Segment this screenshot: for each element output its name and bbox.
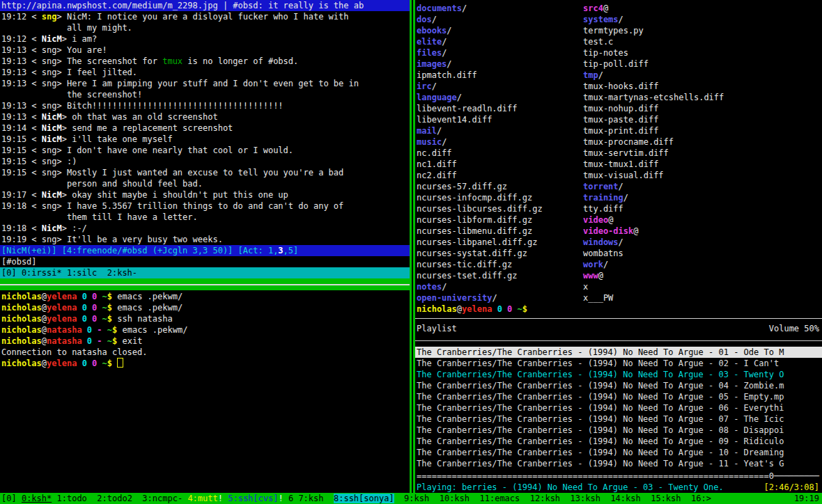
file-name: images: [417, 59, 447, 69]
file-suffix: /: [447, 26, 451, 36]
ncmpc-pane[interactable]: Playlist Volume 50% The Cranberries/The …: [415, 319, 822, 493]
terminal-line: 19:17 < NicM> okay shit maybe i shouldn'…: [1, 189, 410, 200]
text-segment: > NicM: I notice you are a disloyal fuck…: [56, 12, 348, 22]
file-name: tty.diff: [583, 204, 623, 214]
pane-divider-horizontal[interactable]: [0, 278, 410, 290]
file-name: x: [583, 282, 588, 292]
file-item: ncurses-libmenu.diff.gz: [417, 226, 543, 237]
tmux-window-9[interactable]: 9:ksh: [404, 494, 429, 503]
text-segment: [87, 303, 92, 313]
text-segment: [324, 494, 334, 503]
text-segment: nicholas: [417, 304, 457, 314]
text-segment: 19:13 < sng> You are!: [1, 45, 107, 55]
track-time: [2:46/3:08]: [764, 482, 819, 493]
irc-topic-text: http://apina.nwpshost.com/medium/m_2298.…: [1, 1, 364, 10]
irc-pane[interactable]: http://apina.nwpshost.com/medium/m_2298.…: [0, 0, 410, 493]
file-suffix: /: [623, 193, 628, 203]
screen-caption-bar[interactable]: [0] 0:irssi* 1:silc 2:ksh-: [0, 267, 410, 278]
tmux-window-0[interactable]: 0:ksh*: [22, 494, 52, 503]
file-name: irc: [417, 81, 432, 91]
tmux-window-7[interactable]: 7:ksh: [298, 494, 323, 503]
tmux-window-10[interactable]: 10:ksh: [440, 494, 470, 503]
seek-progress-bar[interactable]: ========================================…: [417, 471, 819, 482]
tmux-window-14[interactable]: 14:ksh: [610, 494, 640, 503]
text-segment: !: [218, 494, 223, 503]
files-pane[interactable]: documents/ dos/ ebooks/ elite/ files/ im…: [415, 0, 822, 317]
terminal-line: 19:15 < sng> Mostly I just wanted an exc…: [1, 167, 410, 178]
terminal-line: nicholas@natasha 0 - ~$ emacs .pekwm/: [1, 324, 410, 336]
tmux-window-5[interactable]: 5:ssh[cvs]: [228, 494, 278, 503]
file-suffix: /: [432, 81, 437, 91]
terminal-line: nicholas@yelena 0 0 ~$: [1, 358, 410, 369]
tmux-window-4[interactable]: 4:mutt: [187, 494, 217, 503]
text-segment: 19:17 <: [1, 190, 42, 200]
text-segment: 19:15 < sng> I don't have one nearly tha…: [1, 145, 293, 155]
file-item: tmux-paste.diff: [583, 114, 724, 125]
tmux-status-bar[interactable]: 19:19 [0] 0:ksh* 1:todo 2:todo2 3:ncmpc-…: [0, 493, 822, 504]
text-segment: ~: [107, 325, 112, 335]
file-suffix: /: [492, 293, 497, 303]
text-segment: 0: [87, 325, 92, 335]
terminal-line: 19:15 < sng> I don't have one nearly tha…: [1, 145, 410, 156]
file-suffix: /: [598, 70, 603, 80]
file-suffix: /: [432, 15, 437, 24]
file-name: files: [417, 48, 442, 58]
text-segment: them till I have a letter.: [1, 212, 198, 222]
files-shell-prompt: nicholas@yelena 0 0 ~$: [417, 304, 527, 315]
text-segment: -: [97, 325, 102, 335]
text-segment: NicM: [42, 134, 62, 144]
file-name: video-disk: [583, 226, 633, 236]
file-name: ncurses-libcurses.diff.gz: [417, 204, 543, 214]
pane-divider-vertical[interactable]: [410, 0, 415, 493]
file-name: music: [417, 137, 442, 147]
file-item: documents/: [417, 3, 543, 14]
file-item: tmux-servtim.diff: [583, 148, 724, 159]
file-item: wombatns: [583, 248, 724, 259]
file-name: tmux-servtim.diff: [583, 148, 669, 158]
text-segment: @: [42, 359, 47, 368]
tmux-window-16[interactable]: 16:>: [691, 494, 711, 503]
text-segment: Connection to natasha closed.: [1, 347, 148, 357]
tmux-window-2[interactable]: 2:todo2: [97, 494, 132, 503]
text-segment: $: [107, 359, 112, 368]
file-name: tmux-paste.diff: [583, 115, 658, 125]
file-list-column-1: documents/ dos/ ebooks/ elite/ files/ im…: [417, 3, 543, 304]
file-item: termtypes.py: [583, 25, 724, 36]
text-segment: emacs .pekwm/: [112, 292, 183, 301]
tmux-window-12[interactable]: 12:ksh: [530, 494, 560, 503]
playlist-row: The Cranberries/The Cranberries - (1994)…: [415, 358, 822, 369]
irc-input-line[interactable]: [#obsd]: [0, 256, 410, 267]
text-segment: exit: [117, 336, 142, 346]
file-name: ncurses-libform.diff.gz: [417, 215, 532, 225]
file-name: test.c: [583, 37, 613, 47]
text-segment: [112, 359, 117, 368]
file-item: ncurses-libpanel.diff.gz: [417, 237, 543, 248]
tmux-window-8[interactable]: 8:ssh[sonya]: [334, 494, 394, 503]
text-segment: !: [278, 494, 283, 503]
text-segment: yelena: [47, 303, 77, 313]
text-segment: ~: [102, 359, 107, 368]
tmux-window-15[interactable]: 15:ksh: [651, 494, 681, 503]
file-name: torrent: [583, 182, 619, 191]
file-item: notes/: [417, 281, 543, 292]
irc-messages: 19:12 < sng> NicM: I notice you are a di…: [0, 11, 410, 245]
file-name: documents: [417, 3, 462, 13]
file-item: www@: [583, 270, 724, 281]
tmux-window-11[interactable]: 11:emacs: [480, 494, 520, 503]
text-segment: 0: [82, 303, 87, 313]
text-segment: 0: [82, 314, 87, 324]
tmux-window-1[interactable]: 1:todo: [57, 494, 87, 503]
terminal-line: 19:13 < sng> I feel jilted.: [1, 67, 410, 78]
text-segment: ~: [107, 336, 112, 346]
playlist-row: The Cranberries/The Cranberries - (1994)…: [415, 425, 822, 436]
playlist-row: The Cranberries/The Cranberries - (1994)…: [415, 402, 822, 414]
file-name: ncurses-tset.diff.gz: [417, 271, 518, 281]
file-name: tmux-tmux1.diff: [583, 159, 658, 169]
terminal-line: 19:19 < sng> It'll be a very busy two we…: [1, 234, 410, 245]
tmux-window-13[interactable]: 13:ksh: [571, 494, 600, 503]
file-item: tmux-martynas-etcshells.diff: [583, 92, 724, 103]
file-item: ncurses-libform.diff.gz: [417, 214, 543, 226]
tmux-window-3[interactable]: 3:ncmpc-: [142, 494, 183, 503]
tmux-window-6[interactable]: 6: [284, 494, 299, 503]
file-item: music/: [417, 136, 543, 148]
